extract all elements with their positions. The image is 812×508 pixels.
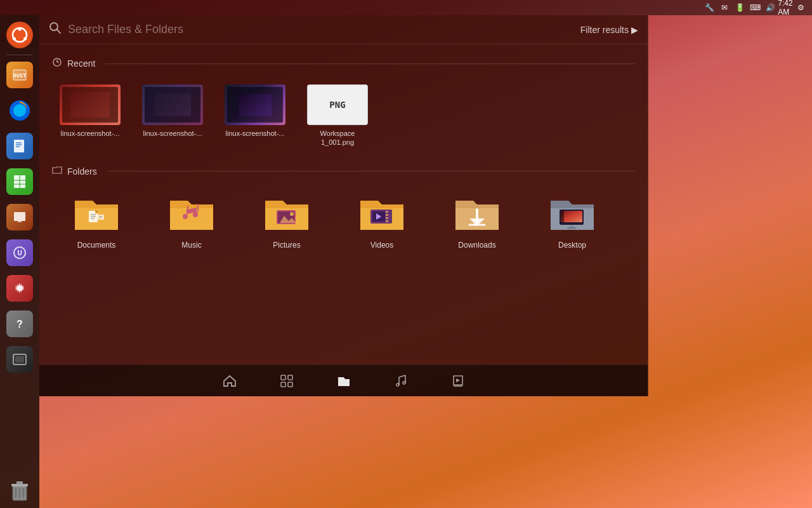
launcher-item-help[interactable]: ?	[3, 307, 37, 341]
recent-file-2-name: linux-screenshot-...	[143, 129, 202, 138]
folder-music-icon	[166, 192, 217, 237]
recent-file-1-name: linux-screenshot-...	[61, 129, 120, 138]
folder-desktop-label: Desktop	[558, 241, 586, 250]
recent-section-header: Recent	[52, 57, 635, 70]
svg-rect-70	[288, 382, 292, 387]
svg-point-51	[290, 212, 294, 216]
recent-file-1[interactable]: linux-screenshot-...	[52, 79, 128, 152]
svg-rect-65	[570, 225, 573, 227]
launcher-item-trash[interactable]	[3, 474, 37, 508]
folder-music-label: Music	[181, 241, 201, 250]
keyboard-icon: ⌨	[750, 3, 760, 13]
recent-label: Recent	[67, 58, 95, 69]
recent-file-3-name: linux-screenshot-...	[226, 129, 285, 138]
mail-icon[interactable]: ✉	[719, 3, 730, 13]
launcher-item-impress[interactable]	[3, 200, 37, 234]
lens-video[interactable]	[445, 368, 471, 394]
folders-section-header: Folders	[52, 165, 635, 178]
firefox-icon	[6, 97, 33, 124]
folder-desktop[interactable]: Desktop	[528, 187, 617, 255]
folder-videos-label: Videos	[370, 241, 393, 250]
folder-videos[interactable]: Videos	[337, 187, 426, 255]
folder-downloads[interactable]: Downloads	[433, 187, 521, 255]
recent-divider	[105, 64, 635, 64]
svg-rect-67	[281, 375, 285, 380]
launcher-item-writer[interactable]	[3, 129, 37, 163]
launcher-item-calc[interactable]	[3, 164, 37, 199]
svg-rect-68	[288, 375, 292, 380]
filter-results-button[interactable]: Filter results ▶	[580, 25, 638, 35]
volume-icon: 🔊	[765, 3, 775, 13]
launcher-item-screenshot[interactable]	[3, 342, 37, 377]
launcher-item-settings[interactable]	[3, 271, 37, 305]
svg-point-1	[18, 28, 22, 31]
svg-rect-58	[386, 220, 388, 222]
lens-music[interactable]	[388, 368, 414, 394]
svg-rect-63	[561, 211, 582, 222]
desktop: 🔧 ✉ 🔋 ⌨ 🔊 7:42 AM ⚙	[0, 0, 812, 508]
recent-clock-icon	[52, 57, 62, 70]
clock: 7:42 AM	[780, 3, 790, 13]
ubuntu-logo-icon	[6, 22, 33, 48]
recent-file-4-name: Workspace 1_001.png	[304, 129, 370, 147]
help-icon: ?	[6, 311, 33, 337]
folder-desktop-icon	[547, 192, 598, 237]
top-panel-icon-1: 🔧	[704, 3, 714, 13]
svg-text:?: ?	[16, 319, 23, 330]
filter-results-label: Filter results	[580, 25, 629, 35]
filter-chevron-icon: ▶	[631, 25, 638, 35]
svg-rect-23	[15, 356, 24, 363]
folder-downloads-icon	[452, 192, 502, 237]
folder-documents-icon	[71, 192, 122, 237]
svg-point-3	[23, 37, 27, 41]
dash-content: Recent linux-screenshot-...	[39, 44, 648, 364]
svg-text:U: U	[17, 250, 22, 257]
launcher-divider-1	[7, 55, 32, 55]
svg-line-31	[57, 30, 60, 33]
power-icon[interactable]: ⚙	[796, 3, 806, 13]
folders-divider	[107, 171, 635, 171]
folders-grid: Documents	[52, 187, 635, 255]
svg-text:INST: INST	[13, 72, 27, 79]
svg-rect-66	[567, 227, 576, 229]
svg-rect-41	[98, 215, 104, 220]
folder-music[interactable]: Music	[147, 187, 236, 255]
impress-icon	[6, 204, 33, 231]
launcher-item-installer[interactable]: INST	[3, 58, 37, 92]
folder-documents[interactable]: Documents	[52, 187, 141, 255]
svg-point-7	[13, 104, 26, 117]
trash-icon	[6, 478, 33, 504]
recent-file-4[interactable]: PNG Workspace 1_001.png	[299, 79, 376, 152]
recent-files-grid: linux-screenshot-... linux-screenshot-..…	[52, 79, 635, 152]
folder-pictures-label: Pictures	[273, 241, 300, 250]
screenshot-thumb-3	[225, 84, 285, 125]
search-bar: Filter results ▶	[39, 15, 648, 44]
lens-apps[interactable]	[274, 368, 299, 394]
png-thumb: PNG	[307, 84, 368, 125]
lens-bar	[39, 364, 648, 396]
svg-line-73	[399, 375, 405, 377]
search-icon	[49, 22, 62, 37]
launcher-item-ubuntu-one[interactable]: U	[3, 236, 37, 270]
png-thumb-wrap: PNG	[307, 84, 368, 125]
svg-marker-75	[456, 378, 460, 382]
svg-point-45	[193, 212, 198, 217]
svg-point-2	[13, 37, 16, 41]
svg-rect-26	[16, 481, 23, 485]
folders-icon	[52, 165, 62, 178]
screenshot-tool-icon	[6, 346, 33, 373]
folders-label: Folders	[67, 166, 97, 177]
settings-icon	[6, 275, 33, 302]
svg-point-44	[183, 214, 188, 219]
recent-file-3[interactable]: linux-screenshot-...	[217, 79, 293, 152]
folder-pictures[interactable]: Pictures	[242, 187, 331, 255]
lens-files[interactable]	[331, 368, 357, 394]
svg-rect-8	[14, 140, 24, 152]
launcher-item-ubuntu[interactable]	[3, 18, 37, 52]
search-input[interactable]	[68, 23, 580, 36]
lens-home[interactable]	[217, 368, 242, 394]
calc-icon	[6, 168, 33, 195]
launcher-item-firefox[interactable]	[3, 93, 37, 128]
recent-file-2[interactable]: linux-screenshot-...	[134, 79, 211, 152]
svg-rect-57	[386, 217, 388, 219]
